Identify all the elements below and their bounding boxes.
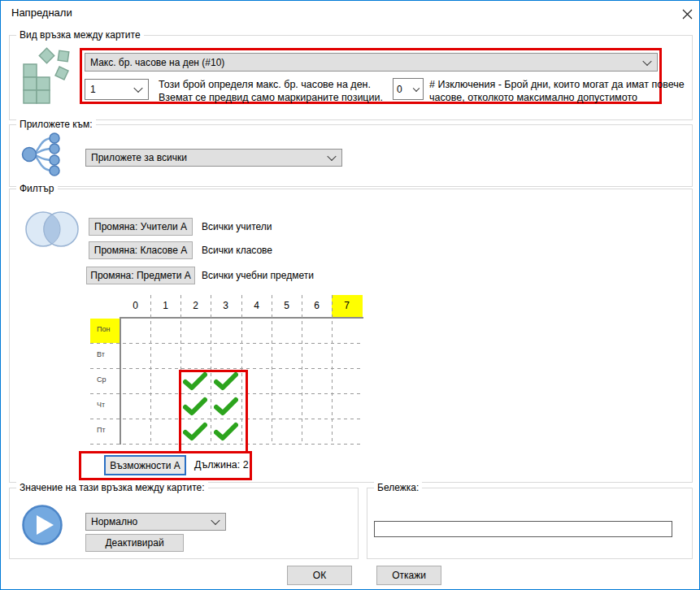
grid-column-header[interactable]: 7 [332, 300, 362, 311]
change-classes-button[interactable]: Промяна: Класове А [89, 241, 193, 259]
check-icon[interactable] [183, 397, 207, 416]
exceptions-value: 0 [397, 84, 402, 95]
advanced-dialog: Напреднали Вид връзка между картите Макс… [0, 0, 700, 590]
check-icon[interactable] [183, 371, 207, 391]
grid-column-header[interactable]: 0 [120, 300, 150, 311]
grid-column-header[interactable]: 5 [272, 300, 302, 311]
max-count-value: 1 [90, 84, 96, 95]
grid-left-line [120, 317, 121, 445]
apply-to-select[interactable]: Приложете за всички [85, 149, 342, 167]
classes-filter-value: Всички класове [202, 245, 272, 256]
group-card-type-label: Вид връзка между картите [16, 29, 144, 41]
group-meaning-label: Значение на тази връзка между картите: [16, 482, 208, 493]
close-icon [682, 9, 693, 20]
chevron-down-icon [327, 152, 336, 161]
subjects-filter-value: Всички учебни предмети [202, 270, 314, 281]
check-icon[interactable] [214, 397, 238, 416]
title-bar[interactable]: Напреднали [1, 1, 699, 25]
play-icon [21, 504, 63, 546]
possibilities-button[interactable]: Възможности А [104, 455, 186, 475]
chevron-down-icon [133, 84, 142, 93]
group-note-label: Бележка: [374, 482, 422, 493]
grid-column-header[interactable]: 4 [241, 300, 272, 311]
teachers-filter-value: Всички учители [202, 221, 272, 232]
grid-day-header[interactable]: Чт [97, 401, 105, 409]
apply-to-value: Приложете за всички [91, 152, 187, 163]
grid-column-header[interactable]: 2 [180, 300, 211, 311]
dialog-title: Напреднали [11, 7, 72, 19]
grid-day-header[interactable]: Пт [97, 426, 106, 434]
chevron-down-icon [413, 85, 420, 91]
grid-day-header[interactable]: Вт [97, 350, 105, 358]
exceptions-help: # Изключения - Брой дни, които могат да … [429, 78, 685, 104]
change-subjects-button[interactable]: Промяна: Предмети А [86, 267, 195, 284]
chevron-down-icon [211, 516, 220, 525]
meaning-select[interactable]: Нормално [85, 513, 226, 531]
grid-day-header[interactable]: Ср [97, 375, 107, 384]
relation-type-select[interactable]: Макс. бр. часове на ден (#10) [85, 53, 658, 72]
grid-column-header[interactable]: 3 [211, 300, 241, 311]
grid-day-header[interactable]: Пон [97, 325, 110, 333]
check-icon[interactable] [214, 422, 238, 441]
grid-column-header[interactable]: 6 [302, 300, 332, 311]
length-label: Дължина: 2 [194, 459, 249, 471]
ok-button[interactable]: ОК [287, 566, 352, 585]
deactivate-button[interactable]: Деактивирай [85, 534, 184, 552]
max-count-select[interactable]: 1 [85, 79, 149, 100]
grid-column-header[interactable]: 1 [150, 300, 180, 311]
max-count-help: Този брой определя макс. бр. часове на д… [159, 78, 383, 104]
cards-icon [20, 47, 84, 112]
meaning-value: Нормално [91, 516, 137, 527]
exceptions-select[interactable]: 0 [393, 78, 424, 100]
close-button[interactable] [679, 6, 695, 22]
venn-icon [23, 210, 81, 249]
relation-type-value: Макс. бр. часове на ден (#10) [90, 57, 224, 68]
note-input[interactable] [374, 521, 672, 537]
check-icon[interactable] [214, 371, 238, 391]
change-teachers-button[interactable]: Промяна: Учители А [89, 218, 193, 236]
cancel-button[interactable]: Откажи [376, 566, 441, 585]
chevron-down-icon [642, 56, 651, 65]
group-filter-label: Филтър [16, 183, 58, 194]
check-icon[interactable] [183, 422, 207, 441]
hierarchy-icon [19, 128, 71, 180]
position-grid[interactable]: 0 1 2 3 4 5 6 7 Пон Вт Ср Чт Пт [90, 293, 367, 446]
